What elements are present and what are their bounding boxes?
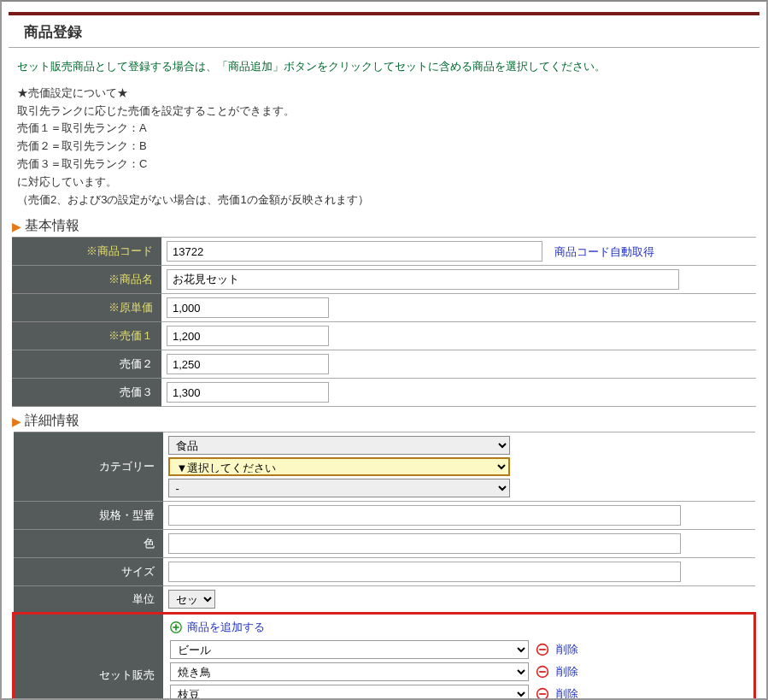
label-name: ※商品名 <box>12 266 161 294</box>
pricing-line: 売価２＝取引先ランク：B <box>17 138 751 156</box>
label-price1: ※売価１ <box>12 322 161 350</box>
label-code: ※商品コード <box>12 238 161 266</box>
description-set-note: セット販売商品として登録する場合は、「商品追加」ボタンをクリックしてセットに含め… <box>17 58 751 76</box>
add-item-link[interactable]: 商品を追加する <box>187 620 265 635</box>
detail-info-table: カテゴリー 食品 ▼選択してください - 規格・型番 色 サイズ <box>12 432 756 700</box>
label-unit: 単位 <box>14 586 163 614</box>
pricing-line: 取引先ランクに応じた売価を設定することができます。 <box>17 103 751 121</box>
set-item-row: 枝豆削除 <box>170 685 747 700</box>
auto-code-link[interactable]: 商品コード自動取得 <box>554 245 654 258</box>
section-basic-header: ▶ 基本情報 <box>2 212 766 237</box>
pricing-line: （売価2、および3の設定がない場合は、売価1の金額が反映されます） <box>17 191 751 209</box>
delete-link[interactable]: 削除 <box>556 686 578 700</box>
section-basic-label: 基本情報 <box>25 217 79 235</box>
section-detail-label: 詳細情報 <box>25 412 79 430</box>
category1-select[interactable]: 食品 <box>168 436 510 455</box>
label-model: 規格・型番 <box>14 502 163 530</box>
set-item-select[interactable]: 焼き鳥 <box>170 662 529 681</box>
pricing-line: に対応しています。 <box>17 174 751 191</box>
delete-link[interactable]: 削除 <box>556 642 578 657</box>
set-item-select[interactable]: ビール <box>170 640 529 659</box>
remove-icon <box>536 665 549 679</box>
price1-input[interactable] <box>167 326 329 346</box>
triangle-icon: ▶ <box>12 220 21 233</box>
category2-select[interactable]: ▼選択してください <box>168 457 510 476</box>
label-set: セット販売 <box>14 614 163 700</box>
category3-select[interactable]: - <box>168 479 510 497</box>
price2-input[interactable] <box>167 354 329 374</box>
color-input[interactable] <box>168 533 681 554</box>
delete-link[interactable]: 削除 <box>556 664 578 679</box>
svg-rect-4 <box>539 649 546 650</box>
section-detail-header: ▶ 詳細情報 <box>2 407 766 432</box>
remove-icon <box>536 687 549 700</box>
set-item-row: ビール削除 <box>170 640 747 659</box>
remove-icon <box>536 643 549 656</box>
svg-rect-2 <box>173 626 179 628</box>
product-code-input[interactable] <box>167 241 542 262</box>
description-block: セット販売商品として登録する場合は、「商品追加」ボタンをクリックしてセットに含め… <box>2 48 766 212</box>
pricing-line: 売価３＝取引先ランク：C <box>17 156 751 174</box>
label-size: サイズ <box>14 558 163 586</box>
triangle-icon: ▶ <box>12 415 21 428</box>
size-input[interactable] <box>168 562 681 582</box>
add-icon <box>170 621 182 633</box>
set-item-select[interactable]: 枝豆 <box>170 685 529 700</box>
svg-rect-6 <box>539 671 546 673</box>
cost-input[interactable] <box>167 297 329 318</box>
product-name-input[interactable] <box>167 269 679 290</box>
unit-select[interactable]: セット <box>168 590 215 609</box>
label-category: カテゴリー <box>14 432 163 502</box>
price3-input[interactable] <box>167 382 329 403</box>
model-input[interactable] <box>168 505 681 526</box>
page-title: 商品登録 <box>9 15 759 48</box>
label-price2: 売価２ <box>12 350 161 379</box>
set-item-row: 焼き鳥削除 <box>170 662 747 681</box>
basic-info-table: ※商品コード 商品コード自動取得 ※商品名 ※原単価 ※売価１ 売価２ 売価３ <box>12 237 756 407</box>
label-cost: ※原単価 <box>12 294 161 322</box>
svg-rect-8 <box>539 693 546 695</box>
label-price3: 売価３ <box>12 379 161 407</box>
label-color: 色 <box>14 530 163 558</box>
pricing-line: 売価１＝取引先ランク：A <box>17 120 751 138</box>
pricing-head: ★売価設定について★ <box>17 85 751 103</box>
